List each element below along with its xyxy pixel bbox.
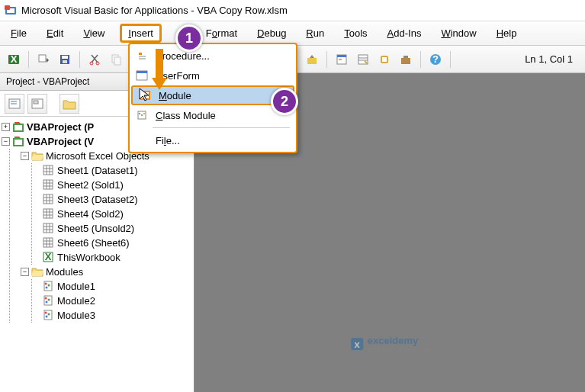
svg-rect-8	[63, 60, 67, 63]
svg-point-79	[45, 297, 47, 299]
svg-rect-57	[43, 209, 53, 218]
svg-rect-5	[39, 55, 46, 62]
app-icon	[5, 5, 17, 17]
menu-help[interactable]: Help	[492, 24, 522, 42]
vbaproject-icon	[12, 136, 24, 148]
menu-insert[interactable]: Insert	[120, 24, 162, 43]
help-icon[interactable]: ?	[426, 50, 445, 69]
sheet-icon	[43, 237, 55, 249]
svg-rect-88	[139, 53, 142, 55]
toolbox-icon[interactable]	[397, 50, 415, 69]
svg-rect-41	[14, 140, 22, 145]
svg-text:X: X	[11, 53, 18, 65]
tree-module[interactable]: Module3	[32, 308, 192, 323]
svg-rect-52	[43, 194, 53, 204]
insert-dropdown-icon[interactable]	[34, 50, 53, 69]
properties-icon[interactable]	[354, 50, 372, 69]
tree-sheet[interactable]: Sheet6 (Sheet6)	[32, 236, 192, 250]
tree-sheet[interactable]: Sheet2 (Sold1)	[32, 178, 192, 192]
sheet-icon	[43, 194, 55, 206]
svg-rect-92	[137, 71, 147, 73]
svg-rect-20	[307, 58, 317, 64]
sheet-icon	[43, 223, 55, 235]
collapse-icon[interactable]: −	[2, 137, 10, 146]
svg-text:?: ?	[432, 53, 439, 65]
menu-tools[interactable]: Tools	[339, 24, 371, 42]
menu-format[interactable]: Format	[201, 24, 242, 42]
design-mode-icon[interactable]	[303, 50, 321, 69]
menu-file[interactable]: File	[6, 24, 31, 42]
svg-rect-47	[43, 180, 53, 189]
menu-debug[interactable]: Debug	[252, 24, 291, 42]
dropdown-label: File...	[156, 135, 180, 146]
svg-point-85	[46, 315, 48, 317]
svg-point-77	[46, 286, 48, 288]
svg-rect-28	[382, 57, 387, 62]
userform-icon	[134, 68, 149, 83]
dropdown-separator	[153, 127, 290, 128]
window-title: Microsoft Visual Basic for Applications …	[21, 5, 288, 16]
menu-addins[interactable]: Add-Ins	[383, 24, 426, 42]
copy-icon[interactable]	[107, 50, 125, 69]
svg-rect-22	[337, 55, 346, 57]
collapse-icon[interactable]: −	[21, 268, 29, 276]
tree-thisworkbook[interactable]: XThisWorkbook	[32, 250, 192, 265]
dropdown-file[interactable]: File...	[130, 130, 296, 150]
menu-edit[interactable]: Edit	[42, 24, 68, 42]
procedure-icon	[134, 48, 149, 63]
folder-toggle-icon[interactable]	[59, 94, 79, 114]
annotation-callout-1: 1	[175, 24, 203, 52]
workbook-icon: X	[43, 252, 55, 264]
svg-rect-37	[34, 101, 38, 104]
object-browser-icon[interactable]	[375, 50, 394, 69]
svg-point-75	[45, 282, 47, 284]
svg-point-76	[48, 284, 50, 286]
module-icon	[43, 310, 55, 322]
view-code-icon[interactable]	[5, 94, 24, 114]
tree-folder-modules[interactable]: −Modules	[10, 265, 192, 279]
dropdown-class-module[interactable]: Class Module	[130, 105, 296, 125]
tree-module[interactable]: Module2	[32, 294, 192, 308]
svg-rect-39	[14, 125, 22, 130]
svg-point-81	[46, 300, 48, 303]
cursor-position: Ln 1, Col 1	[517, 53, 580, 65]
sheet-icon	[43, 165, 55, 177]
menu-window[interactable]: Window	[436, 24, 481, 42]
svg-text:x: x	[354, 339, 360, 350]
vbaproject-icon	[12, 121, 24, 133]
title-bar: Microsoft Visual Basic for Applications …	[0, 0, 585, 21]
collapse-icon[interactable]: −	[21, 152, 29, 160]
save-icon[interactable]	[56, 50, 74, 69]
tree-sheet[interactable]: Sheet4 (Sold2)	[32, 207, 192, 221]
view-object-icon[interactable]	[27, 94, 47, 114]
menu-run[interactable]: Run	[301, 24, 329, 42]
svg-point-99	[141, 114, 143, 116]
class-module-icon	[134, 108, 149, 123]
tree-module[interactable]: Module1	[32, 279, 192, 294]
cut-icon[interactable]	[85, 50, 104, 69]
svg-rect-12	[114, 57, 121, 65]
svg-rect-23	[339, 59, 342, 60]
watermark: x exceldemy EXCEL · DATA · BI	[349, 335, 432, 353]
expand-icon[interactable]: +	[2, 123, 10, 131]
annotation-arrow	[149, 47, 169, 92]
menu-view[interactable]: View	[79, 24, 109, 42]
svg-point-83	[45, 311, 47, 313]
svg-point-80	[48, 298, 50, 300]
tree-sheet[interactable]: Sheet5 (Unsold2)	[32, 221, 192, 236]
project-explorer-icon[interactable]	[333, 50, 351, 69]
project-tree[interactable]: +VBAProject (P −VBAProject (V −Microsoft…	[0, 117, 194, 392]
svg-rect-29	[401, 58, 410, 64]
svg-point-84	[48, 313, 50, 315]
view-excel-icon[interactable]: X	[5, 50, 23, 69]
tree-sheet[interactable]: Sheet3 (Dataset2)	[32, 192, 192, 207]
svg-text:X: X	[45, 252, 52, 262]
module-icon	[43, 295, 55, 307]
annotation-callout-2: 2	[271, 88, 298, 115]
sheet-icon	[43, 208, 55, 220]
tree-sheet[interactable]: Sheet1 (Dataset1)	[32, 163, 192, 178]
folder-open-icon	[31, 150, 43, 162]
svg-rect-2	[5, 5, 10, 10]
folder-open-icon	[31, 266, 43, 278]
svg-rect-7	[62, 56, 68, 59]
